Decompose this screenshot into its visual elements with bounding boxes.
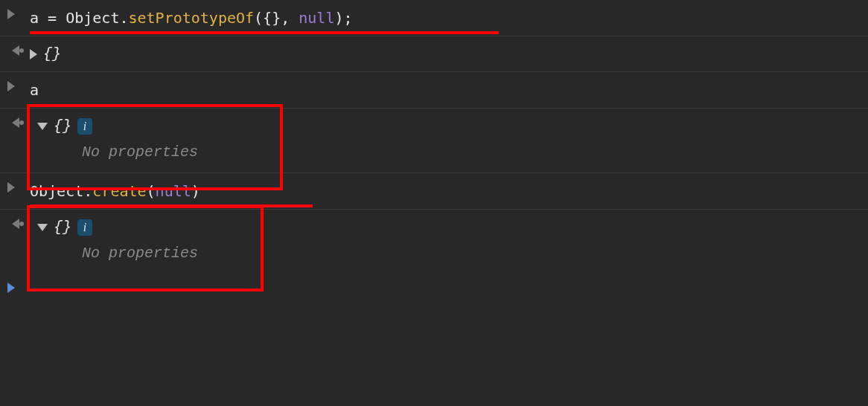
code-token-var: a bbox=[30, 9, 39, 27]
code-token-class: Object bbox=[66, 9, 119, 27]
gutter bbox=[7, 6, 30, 19]
console-content: a = Object.setPrototypeOf({}, null); bbox=[30, 6, 861, 30]
code-token-var: a bbox=[30, 81, 39, 99]
code-token-punc: . bbox=[119, 9, 128, 27]
object-preview[interactable]: {} bbox=[30, 42, 861, 65]
console-output-row: {} i No properties bbox=[0, 109, 868, 173]
console-content: {} bbox=[30, 42, 861, 65]
console-content: a bbox=[30, 78, 861, 102]
input-prompt-icon bbox=[7, 182, 15, 193]
output-return-icon bbox=[7, 45, 21, 56]
gutter bbox=[7, 78, 30, 91]
console-output-row: {} bbox=[0, 36, 868, 72]
object-braces: {} bbox=[43, 45, 61, 62]
code-token-punc: ({}, bbox=[254, 9, 299, 27]
input-prompt-icon bbox=[7, 9, 15, 19]
code-token-keyword: null bbox=[299, 9, 334, 27]
gutter bbox=[7, 42, 30, 56]
input-prompt-icon bbox=[7, 81, 15, 91]
output-return-icon bbox=[7, 219, 21, 229]
code-line[interactable]: a = Object.setPrototypeOf({}, null); bbox=[30, 6, 861, 30]
code-token-op: = bbox=[39, 9, 66, 27]
annotation-box bbox=[27, 205, 264, 291]
code-line[interactable]: a bbox=[30, 78, 861, 102]
annotation-box bbox=[27, 104, 283, 190]
console-output-row: {} i No properties bbox=[0, 210, 868, 274]
output-return-icon bbox=[7, 117, 21, 128]
code-token-method: setPrototypeOf bbox=[128, 9, 254, 27]
disclosure-triangle-icon[interactable] bbox=[30, 49, 37, 59]
console-input-row: a bbox=[0, 72, 868, 109]
console-input-row: a = Object.setPrototypeOf({}, null); bbox=[0, 0, 868, 36]
input-prompt-icon bbox=[7, 283, 15, 293]
annotation-underline bbox=[30, 31, 499, 34]
code-token-punc: ); bbox=[334, 9, 352, 27]
